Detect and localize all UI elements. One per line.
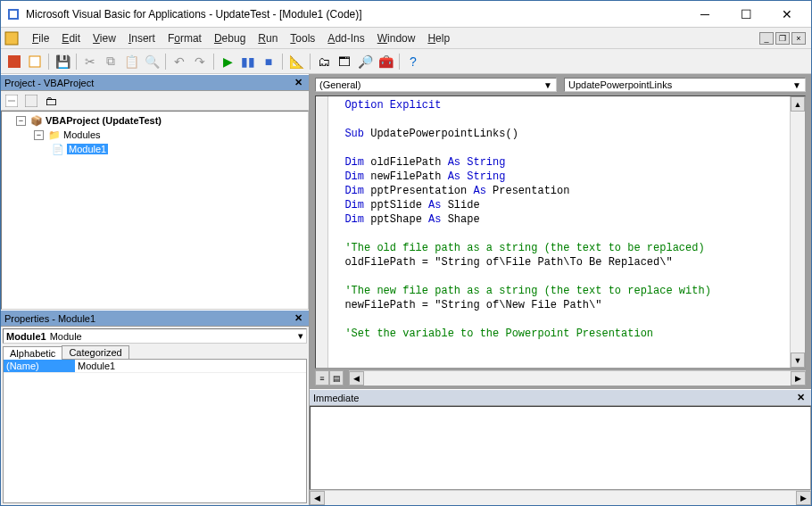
break-button[interactable]: ▮▮ bbox=[238, 52, 258, 71]
toolbox-button[interactable]: 🧰 bbox=[376, 52, 395, 71]
project-explorer-toolbar: 🗀 bbox=[1, 91, 309, 111]
properties-pane: Properties - Module1 ✕ Module1 Module ▾ … bbox=[1, 310, 309, 505]
reset-button[interactable]: ■ bbox=[259, 52, 278, 71]
cut-button[interactable]: ✂ bbox=[80, 52, 100, 71]
immediate-header: Immediate ✕ bbox=[310, 389, 811, 406]
scroll-left-button[interactable]: ◀ bbox=[349, 371, 364, 386]
mdi-buttons: _ ❐ × bbox=[759, 32, 811, 45]
properties-tabs: Alphabetic Categorized bbox=[1, 345, 309, 359]
toolbar: 💾 ✂ ⧉ 📋 🔍 ↶ ↷ ▶ ▮▮ ■ 📐 🗂 🗔 🔎 🧰 ? bbox=[1, 49, 811, 74]
menu-help[interactable]: Help bbox=[421, 29, 456, 47]
full-module-view-button[interactable]: ▤ bbox=[329, 370, 344, 386]
app-window: Microsoft Visual Basic for Applications … bbox=[0, 0, 812, 506]
collapse-icon[interactable]: − bbox=[34, 130, 44, 140]
main-area: Project - VBAProject ✕ 🗀 − 📦 VBAProject … bbox=[1, 74, 811, 505]
properties-window-button[interactable]: 🗔 bbox=[335, 52, 354, 71]
view-code-button[interactable] bbox=[3, 92, 21, 110]
object-browser-button[interactable]: 🔎 bbox=[355, 52, 375, 71]
svg-rect-4 bbox=[29, 56, 40, 67]
scroll-down-button[interactable]: ▼ bbox=[791, 353, 805, 368]
code-margin bbox=[316, 96, 328, 368]
view-object-button[interactable] bbox=[22, 92, 40, 110]
code-body[interactable]: Option Explicit Sub UpdatePowerpointLink… bbox=[328, 96, 790, 368]
property-value[interactable]: Module1 bbox=[75, 360, 306, 372]
procedure-dropdown[interactable]: UpdatePowerpointLinks ▼ bbox=[564, 78, 806, 92]
tree-project-root[interactable]: − 📦 VBAProject (UpdateTest) bbox=[4, 113, 306, 128]
vertical-scrollbar[interactable]: ▲ ▼ bbox=[790, 96, 805, 368]
scroll-track[interactable] bbox=[325, 491, 796, 505]
view-powerpoint-button[interactable] bbox=[4, 52, 24, 71]
scroll-up-button[interactable]: ▲ bbox=[791, 96, 805, 112]
properties-close[interactable]: ✕ bbox=[292, 312, 305, 324]
project-explorer-button[interactable]: 🗂 bbox=[314, 52, 334, 71]
property-row[interactable]: (Name) Module1 bbox=[4, 360, 306, 373]
scroll-right-button[interactable]: ▶ bbox=[791, 371, 806, 386]
mdi-minimize[interactable]: _ bbox=[759, 32, 774, 45]
project-tree[interactable]: − 📦 VBAProject (UpdateTest) − 📁 Modules … bbox=[1, 111, 309, 310]
immediate-hscroll[interactable]: ◀ ▶ bbox=[310, 490, 811, 505]
maximize-button[interactable]: ☐ bbox=[725, 2, 766, 27]
properties-grid[interactable]: (Name) Module1 bbox=[3, 359, 307, 503]
collapse-icon[interactable]: − bbox=[16, 116, 26, 126]
mdi-restore[interactable]: ❐ bbox=[775, 32, 790, 45]
scroll-right-button[interactable]: ▶ bbox=[796, 491, 811, 505]
undo-button[interactable]: ↶ bbox=[170, 52, 189, 71]
menu-view[interactable]: View bbox=[87, 29, 122, 47]
mdi-close[interactable]: × bbox=[791, 32, 806, 45]
window-buttons: ─ ☐ ✕ bbox=[684, 2, 808, 27]
code-editor[interactable]: Option Explicit Sub UpdatePowerpointLink… bbox=[315, 95, 806, 369]
immediate-body[interactable] bbox=[310, 406, 811, 490]
sep bbox=[282, 54, 283, 70]
immediate-pane: Immediate ✕ ◀ ▶ bbox=[310, 389, 811, 505]
svg-rect-1 bbox=[10, 11, 17, 18]
immediate-title: Immediate bbox=[313, 393, 794, 403]
menu-window[interactable]: Window bbox=[371, 29, 422, 47]
immediate-close[interactable]: ✕ bbox=[794, 392, 808, 403]
menu-file[interactable]: File bbox=[26, 29, 55, 47]
chevron-down-icon[interactable]: ▾ bbox=[298, 330, 303, 342]
horizontal-scrollbar[interactable]: ◀ ▶ bbox=[349, 370, 806, 386]
redo-button[interactable]: ↷ bbox=[190, 52, 210, 71]
properties-header: Properties - Module1 ✕ bbox=[1, 310, 309, 327]
tree-folder-modules[interactable]: − 📁 Modules bbox=[4, 128, 306, 142]
scroll-track[interactable] bbox=[791, 112, 805, 353]
sep bbox=[48, 54, 49, 70]
project-explorer-pane: Project - VBAProject ✕ 🗀 − 📦 VBAProject … bbox=[1, 74, 309, 310]
save-button[interactable]: 💾 bbox=[53, 52, 72, 71]
tab-alphabetic[interactable]: Alphabetic bbox=[3, 346, 62, 360]
svg-rect-3 bbox=[8, 55, 21, 68]
properties-title: Properties - Module1 bbox=[4, 313, 292, 324]
chevron-down-icon: ▼ bbox=[792, 80, 801, 90]
object-dropdown[interactable]: (General) ▼ bbox=[315, 78, 557, 92]
properties-object-type: Module bbox=[50, 331, 82, 342]
properties-object-selector[interactable]: Module1 Module ▾ bbox=[3, 328, 307, 344]
paste-button[interactable]: 📋 bbox=[121, 52, 141, 71]
close-button[interactable]: ✕ bbox=[766, 2, 808, 27]
design-mode-button[interactable]: 📐 bbox=[286, 52, 306, 71]
mdi-icon bbox=[4, 31, 19, 46]
left-column: Project - VBAProject ✕ 🗀 − 📦 VBAProject … bbox=[1, 74, 310, 505]
menu-insert[interactable]: Insert bbox=[122, 29, 162, 47]
tree-module1[interactable]: 📄 Module1 bbox=[4, 142, 306, 156]
insert-dropdown[interactable] bbox=[25, 52, 45, 71]
minimize-button[interactable]: ─ bbox=[684, 2, 725, 27]
menu-edit[interactable]: Edit bbox=[55, 29, 87, 47]
procedure-view-button[interactable]: ≡ bbox=[315, 370, 329, 386]
sep bbox=[165, 54, 166, 70]
menu-format[interactable]: Format bbox=[162, 29, 208, 47]
tab-categorized[interactable]: Categorized bbox=[62, 345, 128, 359]
menu-addins[interactable]: Add-Ins bbox=[321, 29, 370, 47]
project-explorer-close[interactable]: ✕ bbox=[292, 77, 305, 88]
vba-app-icon bbox=[6, 7, 21, 21]
help-button[interactable]: ? bbox=[403, 52, 423, 71]
run-button[interactable]: ▶ bbox=[218, 52, 237, 71]
copy-button[interactable]: ⧉ bbox=[101, 52, 120, 71]
scroll-left-button[interactable]: ◀ bbox=[310, 491, 325, 505]
scroll-track[interactable] bbox=[364, 371, 791, 386]
find-button[interactable]: 🔍 bbox=[142, 52, 162, 71]
toggle-folders-button[interactable]: 🗀 bbox=[42, 92, 60, 110]
menu-debug[interactable]: Debug bbox=[208, 29, 252, 47]
folder-icon: 📁 bbox=[48, 129, 61, 141]
menu-tools[interactable]: Tools bbox=[284, 29, 321, 47]
menu-run[interactable]: Run bbox=[252, 29, 284, 47]
